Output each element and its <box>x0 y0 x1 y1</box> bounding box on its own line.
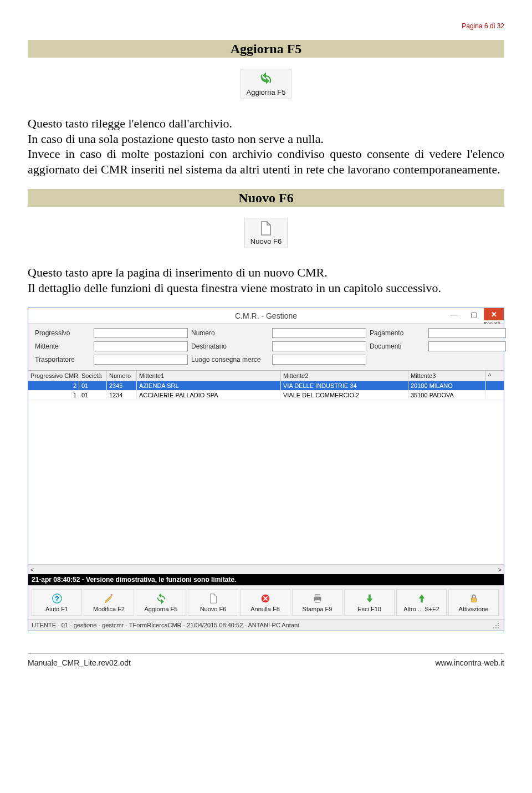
grid-header-progressivo[interactable]: Progressivo CMR <box>28 371 79 381</box>
aggiorna-button-label: Aggiorna F5 <box>247 88 286 96</box>
toolbar-button-label: Altro ... S+F2 <box>403 606 439 612</box>
grid-hscroll[interactable]: < > <box>28 564 504 574</box>
toolbar-button-label: Aggiorna F5 <box>145 606 178 612</box>
cmr-gestione-window: C.M.R. - Gestione — ▢ ✕ Società 01 Progr… <box>28 308 504 631</box>
aggiorna-button-preview: Aggiorna F5 <box>241 69 292 99</box>
nuovo-button-preview: Nuovo F6 <box>244 218 288 248</box>
close-button[interactable]: ✕ <box>484 308 504 320</box>
refresh-icon <box>155 592 167 605</box>
svg-point-10 <box>493 627 494 628</box>
svg-rect-4 <box>315 595 320 597</box>
hscroll-left-icon[interactable]: < <box>30 566 34 573</box>
table-cell: ACCIAIERIE PALLADIO SPA <box>137 391 281 400</box>
toolbar-button-label: Annulla F8 <box>250 606 280 612</box>
toolbar-button-print[interactable]: Stampa F9 <box>292 589 342 616</box>
text-line: Questo tasto rilegge l'elenco dall'archi… <box>28 116 232 130</box>
table-cell: 01 <box>79 391 107 400</box>
new-document-icon <box>259 221 273 236</box>
filter-input-destinatario[interactable] <box>272 341 366 351</box>
section-title: Aggiorna F5 <box>231 42 302 57</box>
toolbar-button-refresh[interactable]: Aggiorna F5 <box>136 589 186 616</box>
grid-header-mittente2[interactable]: Mittente2 <box>281 371 408 381</box>
window-titlebar: C.M.R. - Gestione — ▢ ✕ Società 01 <box>28 308 504 324</box>
toolbar-button-edit[interactable]: Modifica F2 <box>84 589 134 616</box>
toolbar-button-label: Attivazione <box>459 606 489 612</box>
table-cell: 1234 <box>107 391 137 400</box>
filter-input-documenti[interactable] <box>428 341 506 351</box>
cancel-icon <box>259 592 272 605</box>
filter-label-trasportatore: Trasportatore <box>35 356 90 364</box>
grid-header-scroll: ^ <box>486 371 496 381</box>
hscroll-right-icon[interactable]: > <box>498 566 502 573</box>
table-cell: VIA DELLE INDUSTRIE 34 <box>281 381 408 390</box>
toolbar-button-new[interactable]: Nuovo F6 <box>188 589 238 616</box>
toolbar-button-label: Aiuto F1 <box>45 606 68 612</box>
svg-text:?: ? <box>55 595 59 603</box>
table-cell: 01 <box>79 381 107 390</box>
toolbar-button-label: Esci F10 <box>357 606 381 612</box>
svg-rect-5 <box>315 600 320 603</box>
svg-rect-6 <box>471 598 476 602</box>
footer-right: www.incontra-web.it <box>436 658 505 667</box>
table-row[interactable]: 2012345AZIENDA SRLVIA DELLE INDUSTRIE 34… <box>28 381 504 391</box>
filter-label-luogo: Luogo consegna merce <box>191 356 269 364</box>
print-icon <box>311 592 324 605</box>
text-line: Questo tasto apre la pagina di inserimen… <box>28 265 328 279</box>
resize-grip-icon <box>493 621 500 629</box>
grid-header-mittente3[interactable]: Mittente3 <box>408 371 486 381</box>
svg-point-12 <box>498 627 499 628</box>
grid-header-societa[interactable]: Società <box>79 371 107 381</box>
toolbar-button-more[interactable]: Altro ... S+F2 <box>396 589 447 616</box>
footer-left: Manuale_CMR_Lite.rev02.odt <box>28 658 131 667</box>
filter-panel: Progressivo Numero Pagamento Mittente De… <box>28 324 504 370</box>
filter-input-luogo[interactable] <box>272 355 366 365</box>
edit-icon <box>103 592 115 605</box>
page-indicator: Pagina 6 di 32 <box>28 22 504 30</box>
table-cell <box>486 381 496 390</box>
grid-header-mittente1[interactable]: Mittente1 <box>137 371 281 381</box>
toolbar-button-help[interactable]: ?Aiuto F1 <box>32 589 82 616</box>
maximize-button[interactable]: ▢ <box>464 308 484 320</box>
body-text: Questo tasto apre la pagina di inserimen… <box>28 265 504 295</box>
toolbar-button-lock[interactable]: Attivazione <box>448 589 499 616</box>
filter-input-trasportatore[interactable] <box>94 355 188 365</box>
table-cell <box>486 391 496 400</box>
exit-icon <box>364 592 376 605</box>
minimize-button[interactable]: — <box>444 308 464 320</box>
filter-label-pagamento: Pagamento <box>370 329 425 337</box>
svg-point-11 <box>495 627 497 628</box>
toolbar-button-exit[interactable]: Esci F10 <box>344 589 395 616</box>
table-cell: VIALE DEL COMMERCIO 2 <box>281 391 408 400</box>
grid-body: 2012345AZIENDA SRLVIA DELLE INDUSTRIE 34… <box>28 381 504 564</box>
toolbar-button-label: Stampa F9 <box>303 606 332 612</box>
table-cell: 35100 PADOVA <box>408 391 486 400</box>
grid-header-numero[interactable]: Numero <box>107 371 137 381</box>
toolbar-button-cancel[interactable]: Annulla F8 <box>240 589 290 616</box>
filter-label-destinatario: Destinatario <box>191 342 269 350</box>
filter-input-progressivo[interactable] <box>94 328 188 338</box>
status-bar: 21-apr 08:40:52 - Versione dimostrativa,… <box>28 574 504 585</box>
section-bar-aggiorna: Aggiorna F5 <box>28 40 504 58</box>
svg-point-8 <box>495 625 497 626</box>
filter-label-documenti: Documenti <box>370 342 425 350</box>
table-cell: AZIENDA SRL <box>137 381 281 390</box>
text-line: In caso di una sola postazione questo ta… <box>28 132 324 146</box>
bottom-toolbar: ?Aiuto F1Modifica F2Aggiorna F5Nuovo F6A… <box>28 585 504 619</box>
refresh-icon <box>258 71 274 87</box>
section-bar-nuovo: Nuovo F6 <box>28 189 504 207</box>
toolbar-button-label: Nuovo F6 <box>200 606 227 612</box>
nuovo-button-label: Nuovo F6 <box>250 237 282 245</box>
page-footer: Manuale_CMR_Lite.rev02.odt www.incontra-… <box>28 653 504 667</box>
bottom-status-bar: UTENTE - 01 - gestione - gestcmr - TForm… <box>28 619 504 631</box>
filter-input-mittente[interactable] <box>94 341 188 351</box>
filter-input-pagamento[interactable] <box>428 328 506 338</box>
table-cell: 2345 <box>107 381 137 390</box>
filter-input-numero[interactable] <box>272 328 366 338</box>
more-icon <box>416 592 428 605</box>
filter-label-mittente: Mittente <box>35 342 90 350</box>
svg-point-9 <box>498 625 499 626</box>
new-icon <box>207 592 219 605</box>
filter-label-numero: Numero <box>191 329 269 337</box>
table-row[interactable]: 1011234ACCIAIERIE PALLADIO SPAVIALE DEL … <box>28 391 504 400</box>
help-icon: ? <box>51 592 63 605</box>
